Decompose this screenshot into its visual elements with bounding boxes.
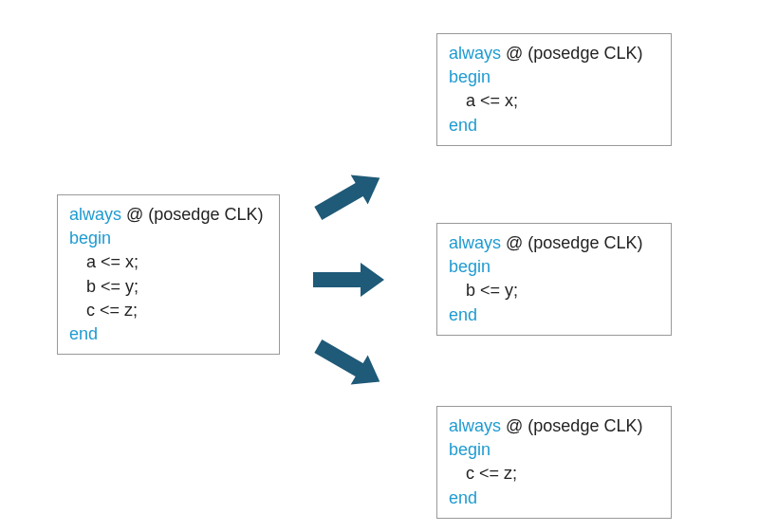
code-line: always @ (posedge CLK) (449, 231, 659, 255)
keyword-always: always (69, 205, 121, 224)
keyword-begin: begin (69, 227, 268, 250)
keyword-begin: begin (449, 438, 659, 462)
code-line: always @ (posedge CLK) (449, 42, 659, 65)
keyword-begin: begin (449, 255, 659, 279)
code-statement: b <= y; (86, 275, 268, 299)
code-statement: b <= y; (466, 279, 659, 303)
arrow-right-icon (308, 261, 394, 299)
keyword-end: end (69, 322, 268, 346)
arrow-down-right-icon (308, 337, 394, 375)
keyword-always: always (449, 416, 501, 435)
code-block-source: always @ (posedge CLK) begin a <= x; b <… (57, 194, 280, 355)
code-statement: a <= x; (86, 250, 268, 274)
code-block-result: always @ (posedge CLK) begin b <= y; end (436, 223, 672, 336)
code-line: always @ (posedge CLK) (69, 203, 268, 227)
at-symbol: @ (126, 205, 143, 224)
sensitivity-list: (posedge CLK) (528, 416, 642, 435)
at-symbol: @ (506, 416, 523, 435)
code-statement: a <= x; (466, 89, 659, 113)
sensitivity-list: (posedge CLK) (528, 233, 642, 252)
arrow-up-right-icon (308, 166, 394, 204)
keyword-always: always (449, 233, 501, 252)
sensitivity-list: (posedge CLK) (528, 44, 642, 63)
code-line: always @ (posedge CLK) (449, 414, 659, 438)
keyword-begin: begin (449, 65, 659, 89)
keyword-always: always (449, 44, 501, 63)
keyword-end: end (449, 303, 659, 327)
keyword-end: end (449, 486, 659, 510)
code-statement: c <= z; (466, 462, 659, 486)
at-symbol: @ (506, 233, 523, 252)
at-symbol: @ (506, 44, 523, 63)
sensitivity-list: (posedge CLK) (148, 205, 263, 224)
code-block-result: always @ (posedge CLK) begin a <= x; end (436, 33, 672, 146)
code-statement: c <= z; (86, 299, 268, 322)
keyword-end: end (449, 114, 659, 138)
code-block-result: always @ (posedge CLK) begin c <= z; end (436, 406, 672, 519)
